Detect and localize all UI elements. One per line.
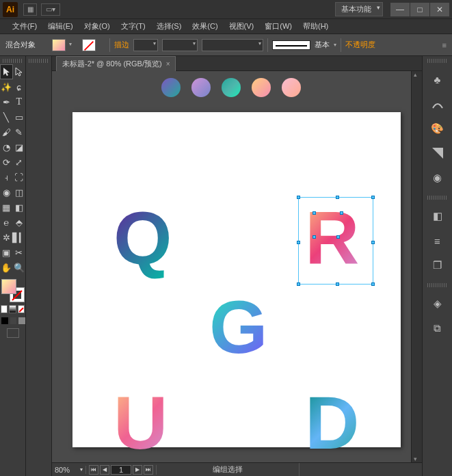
scale-tool[interactable]: ⤢	[13, 155, 26, 170]
gradient-tool[interactable]: ◧	[13, 200, 26, 215]
letter-g[interactable]: G	[209, 283, 268, 370]
hand-tool[interactable]: ✋	[0, 260, 13, 275]
zoom-level[interactable]: 80%▾	[52, 466, 86, 474]
rotate-tool[interactable]: ⟳	[0, 155, 13, 170]
eraser-tool[interactable]: ◪	[13, 140, 26, 155]
anchor-handle[interactable]	[371, 282, 375, 286]
close-tab-icon[interactable]: ×	[166, 60, 170, 68]
color-mode-solid[interactable]	[1, 305, 8, 313]
symbol-sprayer-tool[interactable]: ✲	[0, 230, 12, 245]
symbols-panel-icon[interactable]	[428, 144, 447, 163]
brush-dropdown[interactable]	[202, 39, 263, 51]
nav-next-button[interactable]: ▶	[133, 465, 142, 475]
swatch-circle-4[interactable]	[252, 78, 271, 97]
anchor-handle[interactable]	[371, 196, 375, 199]
stroke-width-profile-dropdown[interactable]	[162, 39, 198, 51]
maximize-button[interactable]: □	[410, 3, 429, 16]
layers-panel-icon[interactable]: ⧉	[428, 319, 447, 338]
swatch-circle-3[interactable]	[222, 78, 241, 97]
screen-mode-button[interactable]	[7, 328, 19, 338]
perspective-tool[interactable]: ◫	[13, 185, 26, 200]
stroke-label[interactable]: 描边	[114, 40, 129, 50]
letter-u[interactable]: U	[114, 379, 168, 462]
anchor-point[interactable]	[313, 211, 316, 215]
titlebar-docgrid-button[interactable]: ▦	[23, 3, 37, 16]
appearance-panel-icon[interactable]: ◈	[428, 294, 447, 313]
anchor-handle[interactable]	[371, 241, 375, 244]
draw-mode-behind[interactable]	[10, 317, 17, 324]
slice-tool[interactable]: ✂	[13, 245, 26, 260]
line-tool[interactable]: ╲	[0, 109, 13, 124]
menu-object[interactable]: 对象(O)	[79, 21, 116, 31]
anchor-handle[interactable]	[336, 282, 339, 286]
swatch-circle-1[interactable]	[161, 78, 181, 97]
graph-tool[interactable]: ▋▎	[12, 230, 25, 245]
zoom-tool[interactable]: 🔍	[13, 260, 26, 275]
nav-first-button[interactable]: ⏮	[89, 465, 98, 475]
pen-tool[interactable]: ✒	[0, 94, 13, 109]
close-button[interactable]: ✕	[430, 3, 449, 16]
panel-grip[interactable]	[427, 283, 448, 287]
panel-grip[interactable]	[427, 59, 448, 63]
free-transform-tool[interactable]: ⛶	[13, 170, 26, 185]
magic-wand-tool[interactable]: ✨	[0, 79, 13, 94]
blob-brush-tool[interactable]: ◔	[0, 140, 13, 155]
color-panel-icon[interactable]: ♣	[428, 70, 447, 89]
anchor-handle[interactable]	[297, 196, 300, 199]
opacity-label[interactable]: 不透明度	[345, 40, 375, 50]
letter-d[interactable]: D	[305, 379, 359, 462]
menu-window[interactable]: 窗口(W)	[259, 21, 297, 31]
swatch-circle-5[interactable]	[282, 78, 301, 97]
selection-bounding-box[interactable]	[298, 197, 373, 285]
fill-swatch[interactable]	[52, 39, 66, 51]
graphic-style-label[interactable]: 基本	[315, 40, 330, 50]
anchor-point[interactable]	[340, 211, 343, 215]
shape-builder-tool[interactable]: ◉	[0, 185, 13, 200]
stroke-weight-dropdown[interactable]	[133, 39, 158, 51]
workspace-switcher[interactable]: 基本功能	[335, 2, 383, 16]
menu-view[interactable]: 视图(V)	[224, 21, 260, 31]
nav-last-button[interactable]: ⏭	[144, 465, 153, 475]
blend-tool[interactable]: ⬘	[13, 215, 26, 230]
minimize-button[interactable]: ―	[390, 3, 410, 16]
lasso-tool[interactable]: ɕ	[13, 79, 26, 94]
anchor-point[interactable]	[313, 235, 316, 239]
panel-grip[interactable]	[3, 59, 23, 63]
menu-help[interactable]: 帮助(H)	[297, 21, 334, 31]
vertical-scrollbar[interactable]	[411, 71, 422, 462]
menu-type[interactable]: 文字(T)	[116, 21, 151, 31]
horizontal-scrollbar[interactable]	[299, 463, 422, 476]
anchor-handle[interactable]	[297, 241, 300, 244]
titlebar-arrange-button[interactable]: ▭▾	[41, 3, 60, 16]
nav-prev-button[interactable]: ◀	[100, 465, 109, 475]
transform-panel-icon[interactable]: ❐	[428, 256, 447, 275]
controlbar-menu-icon[interactable]: ≡	[442, 41, 447, 49]
color-mode-none[interactable]	[18, 305, 25, 313]
artboard-tool[interactable]: ▣	[0, 245, 13, 260]
gradient-panel-icon[interactable]: ◧	[428, 207, 447, 226]
direct-selection-tool[interactable]	[13, 64, 26, 79]
brushes-panel-icon[interactable]	[428, 94, 447, 114]
width-tool[interactable]: ⫞	[0, 170, 13, 185]
artboard[interactable]: Q R G U D	[72, 112, 401, 447]
anchor-handle[interactable]	[336, 196, 339, 199]
document-tab[interactable]: 未标题-2* @ 80% (RGB/预览) ×	[56, 56, 176, 71]
letter-q[interactable]: Q	[114, 194, 172, 281]
anchor-point[interactable]	[336, 235, 340, 239]
swatches-panel-icon[interactable]: 🎨	[428, 119, 447, 138]
stroke-swatch[interactable]	[82, 39, 96, 51]
mesh-tool[interactable]: ▦	[0, 200, 13, 215]
menu-file[interactable]: 文件(F)	[7, 21, 42, 31]
pencil-tool[interactable]: ✎	[13, 124, 26, 140]
menu-edit[interactable]: 编辑(E)	[42, 21, 79, 31]
paintbrush-tool[interactable]: 🖌	[0, 124, 13, 140]
rectangle-tool[interactable]: ▭	[13, 109, 26, 124]
panel-grip[interactable]	[427, 196, 448, 200]
align-panel-icon[interactable]: ≡	[428, 231, 447, 250]
fill-stroke-indicator[interactable]	[1, 279, 25, 302]
anchor-handle[interactable]	[297, 282, 300, 286]
stroke-style-preview[interactable]	[272, 40, 310, 50]
panel-grip[interactable]	[29, 59, 49, 63]
draw-mode-inside[interactable]	[18, 317, 25, 324]
eyedropper-tool[interactable]: ℮	[0, 215, 13, 230]
